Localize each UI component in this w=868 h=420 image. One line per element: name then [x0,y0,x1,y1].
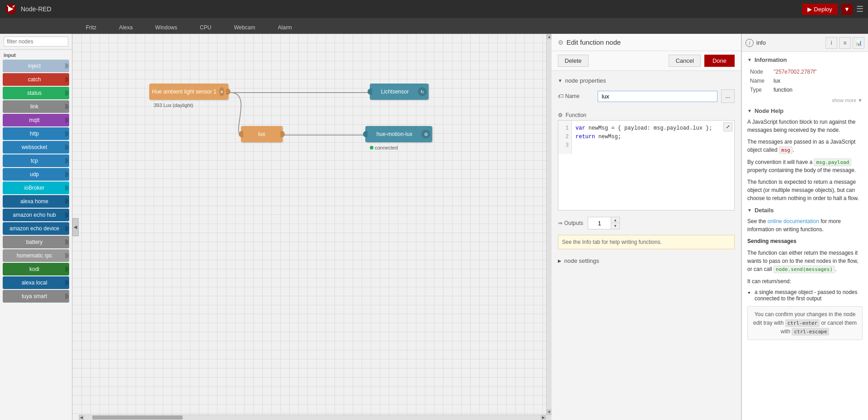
info-panel-btn-info[interactable]: i [826,37,837,49]
port-right [65,185,69,191]
palette-node-http[interactable]: http [3,127,69,140]
canvas-hscroll-thumb[interactable] [92,415,183,420]
code-editor[interactable]: 123 var newMsg = { payload: msg.payload.… [558,120,735,210]
information-header[interactable]: ▼ Information [747,56,863,63]
palette-node-ioBroker[interactable]: ioBroker [3,182,69,194]
port-right [65,104,69,109]
palette-node-amazon-echo-device[interactable]: amazon echo device [3,222,69,235]
palette-node-mqtt[interactable]: mqtt [3,114,69,126]
info-type-value: function [772,86,862,94]
code-content[interactable]: var newMsg = { payload: msg.payload.lux … [572,121,734,154]
deploy-button[interactable]: ▶ Deploy [802,4,837,15]
info-panel-btn-chart[interactable]: 📊 [853,37,864,49]
palette-node-battery[interactable]: battery [3,236,69,248]
canvas-horizontal-scrollbar[interactable] [79,415,552,420]
scroll-down-button[interactable]: ▼ [547,409,552,415]
lux-port-left [239,131,243,137]
info-node-value: "257e7002.2787f" [772,68,862,76]
port-right [65,77,69,82]
information-title: Information [755,56,787,63]
details-chevron: ▼ [747,208,752,213]
outputs-decrement-button[interactable]: ▼ [611,223,619,229]
scroll-right-button[interactable]: ▶ [541,415,546,420]
palette-node-status[interactable]: status [3,87,69,99]
palette-node-amazon-echo-hub[interactable]: amazon echo hub [3,209,69,221]
outputs-input[interactable] [588,217,611,229]
flow-node-lichtsensor[interactable]: Lichtsensor ↻ [370,84,429,100]
info-panel-btn-list[interactable]: ≡ [839,37,851,49]
palette-node-alexa-home[interactable]: alexa home [3,195,69,208]
port-right [65,131,69,136]
port-right [65,145,69,150]
flow-node-hue-sensor[interactable]: Hue ambient light sensor 1 ☀ 393 Lux (da… [149,84,228,100]
flow-node-lichtsensor-label: Lichtsensor [372,89,418,95]
canvas-collapse-button[interactable]: ◀ [72,218,79,236]
delete-button[interactable]: Delete [558,55,589,67]
port-right [65,226,69,231]
port-right [65,280,69,285]
name-options-button[interactable]: … [721,89,735,103]
palette-node-alexa-local[interactable]: alexa local [3,276,69,289]
name-input[interactable] [598,91,717,102]
canvas-area[interactable]: ◀ Hue ambient light sensor 1 ☀ 393 Lux (… [72,34,552,420]
lichtsensor-icon: ↻ [418,87,427,96]
done-button[interactable]: Done [704,55,735,67]
edit-header-icon: ⚙ [558,39,564,46]
connections-svg [72,34,552,420]
palette-node-kodi[interactable]: kodi [3,263,69,275]
hamburger-button[interactable]: ☰ [856,4,863,14]
node-props-title: node properties [565,77,606,84]
topbar: Node-RED ▶ Deploy ▼ ☰ [0,0,868,18]
node-settings-header[interactable]: ▶ node settings [558,255,735,267]
scroll-left-button[interactable]: ◀ [79,415,84,420]
node-help-header[interactable]: ▼ Node Help [747,107,863,114]
outputs-increment-button[interactable]: ▲ [611,217,619,223]
info-type-row: Type function [748,86,862,94]
palette-node-inject[interactable]: inject [3,60,69,72]
tab-fritz[interactable]: Fritz [75,21,108,33]
details-text1: See the online documentation for more in… [747,217,863,233]
information-table: Node "257e7002.2787f" Name lux Type func… [747,67,863,95]
tab-cpu[interactable]: CPU [189,21,222,33]
details-header[interactable]: ▼ Details [747,207,863,214]
node-help-section: ▼ Node Help A JavaScript function block … [747,107,863,202]
palette-node-homematic-rpc[interactable]: homematic rpc [3,249,69,262]
details-text3: The function can either return the messa… [747,249,863,274]
info-tab-label: i info [745,39,824,47]
node-help-text2: The messages are passed in as a JavaScri… [747,138,863,154]
node-settings-section: ▶ node settings [552,251,741,271]
hue-motion-lux-port-left [363,131,368,137]
tab-alarm[interactable]: Alarm [267,21,303,33]
info-icon: i [745,39,754,47]
palette-node-tcp[interactable]: tcp [3,154,69,167]
topbar-right: ▶ Deploy ▼ ☰ [802,4,863,15]
canvas-vertical-scrollbar[interactable]: ▲ ▼ [546,34,552,415]
node-help-text1: A JavaScript function block to run again… [747,118,863,134]
palette-node-udp[interactable]: udp [3,168,69,181]
palette-node-tuya-smart[interactable]: tuya smart [3,290,69,303]
tab-alexa[interactable]: Alexa [108,21,144,33]
filter-nodes-input[interactable] [4,37,68,47]
deploy-dropdown-button[interactable]: ▼ [841,4,853,15]
code-expand-button[interactable]: ⤢ [723,122,732,131]
palette-section-label: input [0,50,72,59]
outputs-spinner: ▲ ▼ [588,217,620,229]
palette-node-label: websocket [5,144,65,150]
online-documentation-link[interactable]: online documentation [768,218,819,224]
node-palette: input injectcatchstatuslinkmqtthttpwebso… [0,34,72,420]
scroll-up-button[interactable]: ▲ [547,34,552,39]
palette-node-catch[interactable]: catch [3,73,69,86]
tab-webcam[interactable]: Webcam [222,21,266,33]
tab-windows[interactable]: Windows [144,21,189,33]
hue-motion-lux-icon: ⚙ [421,130,430,139]
show-more-link[interactable]: show more ▼ [747,98,863,103]
confirm-box: You can confirm your changes in the node… [747,306,863,341]
node-help-title: Node Help [755,107,783,114]
palette-node-link[interactable]: link [3,100,69,113]
node-props-header[interactable]: ▼ node properties [558,75,735,87]
flow-node-lux[interactable]: lux [241,126,283,142]
flow-node-hue-motion-lux[interactable]: hue-motion-lux ⚙ connected [365,126,432,142]
palette-node-websocket[interactable]: websocket [3,141,69,154]
cancel-button[interactable]: Cancel [669,55,700,67]
port-right [65,266,69,272]
